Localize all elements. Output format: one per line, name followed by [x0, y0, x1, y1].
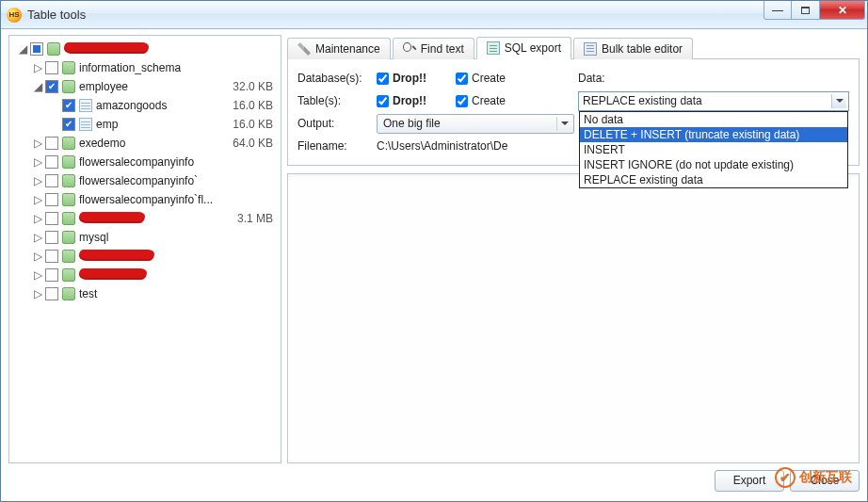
- tree-item-size: 32.0 KB: [220, 80, 273, 93]
- data-select[interactable]: REPLACE existing data No dataDELETE + IN…: [578, 91, 849, 111]
- redacted-label: [79, 250, 154, 261]
- tree-checkbox[interactable]: [30, 42, 43, 56]
- database-icon: [62, 212, 75, 225]
- tab-label: Maintenance: [315, 42, 380, 56]
- database-icon: [62, 80, 75, 93]
- tree-row[interactable]: amazongoods16.0 KB: [9, 96, 281, 115]
- tab-sql-export[interactable]: SQL export: [476, 37, 571, 59]
- tables-label: Table(s):: [297, 94, 373, 107]
- database-icon: [62, 174, 75, 187]
- database-icon: [62, 137, 75, 150]
- db-drop-checkbox[interactable]: Drop!!: [377, 72, 452, 85]
- tree-item-label: emp: [96, 118, 220, 131]
- tab-bulk-editor[interactable]: Bulk table editor: [573, 38, 693, 59]
- tree-row[interactable]: ▷exedemo64.0 KB: [9, 134, 281, 153]
- tree-row[interactable]: ▷test: [9, 284, 281, 303]
- redacted-label: [79, 212, 145, 223]
- tab-label: SQL export: [505, 41, 561, 55]
- data-option[interactable]: REPLACE existing data: [580, 172, 847, 187]
- data-option[interactable]: INSERT IGNORE (do not update existing): [580, 157, 847, 172]
- window-title: Table tools: [27, 8, 764, 22]
- bottom-bar: Export Close: [8, 467, 860, 494]
- tree-checkbox[interactable]: [45, 174, 58, 187]
- db-create-checkbox[interactable]: Create: [456, 72, 533, 85]
- tbl-create-checkbox[interactable]: Create: [456, 94, 533, 107]
- tree-row[interactable]: ▷: [9, 266, 281, 284]
- tree-checkbox[interactable]: [45, 231, 58, 244]
- tree-row[interactable]: ▷information_schema: [9, 58, 281, 77]
- chevron-down-icon: [831, 94, 846, 108]
- tree-item-label: [79, 212, 220, 226]
- tbl-drop-checkbox[interactable]: Drop!!: [377, 94, 452, 107]
- tree-item-label: flowersalecompanyinfo`fl...: [79, 193, 220, 206]
- tree-item-label: flowersalecompanyinfo: [79, 155, 220, 169]
- tree-checkbox[interactable]: [45, 80, 58, 93]
- maximize-button[interactable]: [792, 1, 820, 20]
- window: HS Table tools — ✕ ◢ ▷information_schema…: [0, 0, 868, 502]
- tree-checkbox[interactable]: [45, 193, 58, 206]
- tree-row[interactable]: emp16.0 KB: [9, 115, 281, 134]
- app-icon: HS: [7, 8, 22, 23]
- tab-label: Find text: [421, 42, 464, 56]
- close-button[interactable]: Close: [790, 470, 860, 492]
- tree-item-label: [79, 268, 220, 283]
- tree-row[interactable]: ▷flowersalecompanyinfo`: [9, 171, 281, 190]
- tree-item-size: 16.0 KB: [220, 118, 273, 131]
- bulk-icon: [584, 42, 597, 56]
- database-icon: [62, 193, 75, 206]
- data-option[interactable]: No data: [580, 112, 847, 127]
- output-select[interactable]: One big file: [377, 114, 574, 134]
- tree-row[interactable]: ▷flowersalecompanyinfo: [9, 153, 281, 171]
- databases-label: Database(s):: [297, 72, 373, 85]
- redacted-label: [79, 268, 147, 280]
- tree-checkbox[interactable]: [45, 268, 58, 282]
- tree-checkbox[interactable]: [62, 99, 75, 112]
- database-tree[interactable]: ◢ ▷information_schema◢employee32.0 KBama…: [8, 35, 281, 463]
- tree-item-label: [79, 250, 220, 264]
- tab-maintenance[interactable]: Maintenance: [287, 38, 391, 59]
- tree-item-size: 64.0 KB: [220, 137, 273, 150]
- data-option[interactable]: INSERT: [580, 142, 847, 157]
- data-option[interactable]: DELETE + INSERT (truncate existing data): [580, 127, 847, 142]
- tab-label: Bulk table editor: [602, 42, 683, 56]
- database-icon: [62, 287, 75, 300]
- tree-row[interactable]: ▷: [9, 247, 281, 266]
- tree-checkbox[interactable]: [45, 250, 58, 263]
- tree-row[interactable]: ▷mysql: [9, 228, 281, 247]
- tree-checkbox[interactable]: [45, 287, 58, 300]
- tree-item-label: information_schema: [79, 61, 220, 74]
- database-icon: [62, 268, 75, 282]
- tree-item-label: employee: [79, 80, 220, 93]
- window-controls: — ✕: [764, 1, 865, 20]
- tree-checkbox[interactable]: [62, 118, 75, 131]
- filename-label: Filename:: [297, 139, 373, 153]
- tree-row[interactable]: ◢employee32.0 KB: [9, 77, 281, 96]
- tree-row[interactable]: ▷3.1 MB: [9, 209, 281, 228]
- tree-checkbox[interactable]: [45, 61, 58, 74]
- minimize-button[interactable]: —: [764, 1, 792, 20]
- close-window-button[interactable]: ✕: [820, 1, 865, 20]
- tree-checkbox[interactable]: [45, 212, 58, 225]
- tab-find-text[interactable]: Find text: [393, 38, 474, 59]
- tree-item-label: mysql: [79, 231, 220, 244]
- tree-row[interactable]: ▷flowersalecompanyinfo`fl...: [9, 190, 281, 209]
- output-label: Output:: [297, 117, 373, 130]
- tree-item-size: 3.1 MB: [220, 212, 273, 225]
- wrench-icon: [297, 42, 311, 56]
- tree-item-label: flowersalecompanyinfo`: [79, 174, 220, 187]
- tree-item-label: test: [79, 287, 220, 300]
- tree-checkbox[interactable]: [45, 137, 58, 150]
- output-value: One big file: [383, 117, 441, 130]
- find-icon: [403, 42, 416, 56]
- tree-item-size: 16.0 KB: [220, 99, 273, 112]
- progress-panel: [287, 173, 860, 463]
- database-icon: [62, 231, 75, 244]
- table-icon: [79, 99, 92, 112]
- tree-checkbox[interactable]: [45, 155, 58, 169]
- table-icon: [79, 118, 92, 131]
- redacted-label: [64, 42, 149, 54]
- data-select-dropdown[interactable]: No dataDELETE + INSERT (truncate existin…: [579, 111, 848, 188]
- export-button[interactable]: Export: [715, 470, 784, 492]
- server-icon: [47, 42, 60, 56]
- tree-root[interactable]: ◢: [9, 40, 281, 58]
